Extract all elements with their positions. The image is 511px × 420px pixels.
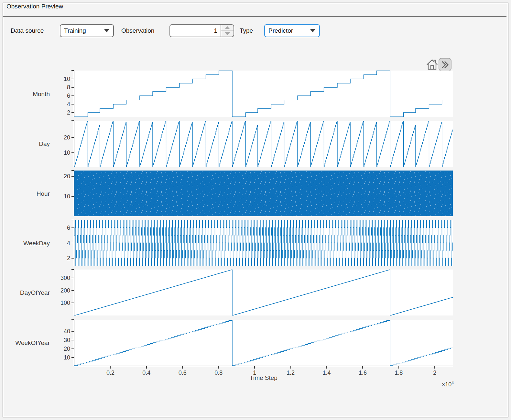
y-tick-mark <box>71 357 74 358</box>
x-tick-mark <box>290 366 291 369</box>
y-tick-label: 40 <box>51 327 70 335</box>
y-axis-spine-weekofyear <box>74 320 74 366</box>
x-tick-label: 1.2 <box>278 369 304 377</box>
x-tick-mark <box>218 366 219 369</box>
y-tick-mark <box>71 104 74 105</box>
y-axis-label-weekday: WeekDay <box>3 239 50 248</box>
y-tick-mark <box>71 79 74 79</box>
x-tick-mark <box>110 366 111 369</box>
y-tick-mark <box>71 137 74 138</box>
y-tick-mark <box>71 227 74 228</box>
y-tick-label: 20 <box>51 345 70 353</box>
y-tick-mark <box>71 220 74 220</box>
y-tick-mark <box>71 258 74 259</box>
y-tick-label: 4 <box>51 100 70 108</box>
y-tick-mark <box>71 290 74 291</box>
subplot-day-canvas[interactable] <box>74 121 453 167</box>
y-tick-label: 10 <box>51 193 70 200</box>
y-tick-mark <box>71 348 74 349</box>
y-tick-mark <box>71 87 74 88</box>
y-axis-spine-month <box>74 71 74 117</box>
y-axis-spine-dayofyear <box>74 270 74 315</box>
x-tick-label: 1 <box>242 369 267 377</box>
y-tick-mark <box>71 70 74 71</box>
figure-area: Time Step ×104 246810Month1020Day1020Hou… <box>0 0 511 420</box>
subplot-weekday-canvas[interactable] <box>74 220 453 266</box>
y-axis-spine-hour <box>74 171 74 216</box>
x-axis-spine <box>74 366 453 366</box>
x-tick-mark <box>434 366 435 369</box>
x-axis-exponent-label: ×104 <box>406 381 454 388</box>
y-tick-mark <box>71 112 74 113</box>
y-tick-label: 10 <box>51 354 70 361</box>
y-tick-label: 200 <box>51 287 70 294</box>
x-tick-mark <box>326 366 327 369</box>
y-tick-label: 10 <box>51 149 70 157</box>
y-axis-label-month: Month <box>3 90 50 98</box>
subplot-month-canvas[interactable] <box>74 71 453 117</box>
y-tick-mark <box>71 278 74 278</box>
y-tick-mark <box>71 243 74 243</box>
x-tick-label: 1.4 <box>314 369 340 377</box>
y-tick-mark <box>71 319 74 320</box>
y-axis-label-day: Day <box>3 139 50 148</box>
y-tick-label: 2 <box>51 109 70 116</box>
y-tick-mark <box>71 176 74 177</box>
x-tick-label: 0.8 <box>206 369 232 377</box>
y-tick-mark <box>71 331 74 332</box>
y-tick-label: 30 <box>51 336 70 344</box>
y-tick-mark <box>71 196 74 197</box>
y-axis-spine-weekday <box>74 220 74 266</box>
x-tick-label: 0.4 <box>134 369 159 377</box>
y-tick-label: 6 <box>51 92 70 100</box>
y-tick-label: 4 <box>51 239 70 247</box>
subplot-hour-canvas[interactable] <box>74 171 453 216</box>
x-tick-label: 0.6 <box>169 369 195 377</box>
y-tick-label: 6 <box>51 224 70 232</box>
x-tick-mark <box>362 366 363 369</box>
y-axis-spine-day <box>74 121 74 167</box>
x-tick-mark <box>398 366 399 369</box>
y-tick-mark <box>71 152 74 153</box>
x-tick-label: 1.8 <box>386 369 412 377</box>
x-tick-mark <box>146 366 147 369</box>
observation-preview-window: Observation Preview Data source Training… <box>0 0 511 420</box>
y-axis-label-weekofyear: WeekOfYear <box>3 338 50 347</box>
y-tick-label: 300 <box>51 274 70 282</box>
y-tick-label: 20 <box>51 134 70 141</box>
y-axis-label-dayofyear: DayOfYear <box>3 288 50 297</box>
y-tick-mark <box>71 269 74 270</box>
y-tick-label: 20 <box>51 172 70 180</box>
y-tick-label: 10 <box>51 75 70 83</box>
x-tick-mark <box>254 366 255 369</box>
x-tick-mark <box>182 366 183 369</box>
y-tick-mark <box>71 120 74 121</box>
subplot-weekofyear-canvas[interactable] <box>74 320 453 366</box>
y-tick-mark <box>71 170 74 171</box>
y-axis-label-hour: Hour <box>3 189 50 198</box>
y-tick-label: 2 <box>51 254 70 262</box>
y-tick-mark <box>71 95 74 96</box>
subplot-dayofyear-canvas[interactable] <box>74 270 453 315</box>
x-tick-label: 2 <box>422 369 448 377</box>
y-tick-label: 100 <box>51 299 70 307</box>
x-tick-label: 1.6 <box>350 369 375 377</box>
y-tick-mark <box>71 340 74 340</box>
y-tick-label: 8 <box>51 83 70 91</box>
y-tick-mark <box>71 303 74 303</box>
x-tick-label: 0.2 <box>97 369 123 377</box>
panel-titlebar <box>3 3 506 17</box>
